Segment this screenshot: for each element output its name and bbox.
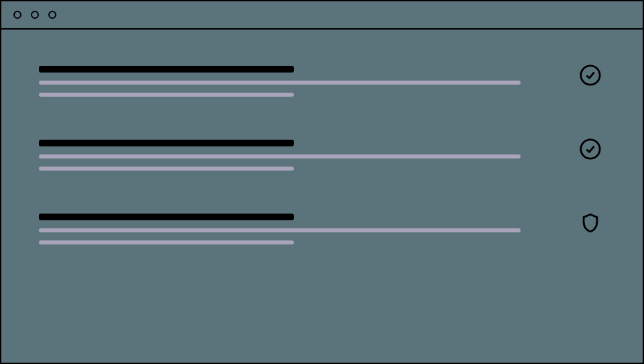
list-item-text <box>39 214 521 244</box>
list-item-line1 <box>39 228 521 232</box>
list-item-text <box>39 66 521 97</box>
window-control-close[interactable] <box>13 11 21 19</box>
list-item-title <box>39 66 294 73</box>
list-item-title <box>39 140 294 146</box>
svg-point-0 <box>581 66 600 85</box>
check-circle-icon <box>578 137 602 161</box>
list-item-line2 <box>39 93 294 97</box>
list-item <box>39 66 602 97</box>
list-item <box>39 140 602 171</box>
list-item-line1 <box>39 154 521 158</box>
list-item-text <box>39 140 521 171</box>
check-circle-icon <box>578 63 602 87</box>
list-item <box>39 214 602 244</box>
list-item-line1 <box>39 81 521 85</box>
window-control-maximize[interactable] <box>48 11 56 19</box>
svg-point-1 <box>581 140 600 158</box>
window-titlebar <box>1 1 643 30</box>
list-item-line2 <box>39 240 294 244</box>
list-item-line2 <box>39 167 294 171</box>
window-control-minimize[interactable] <box>31 11 39 19</box>
content-area <box>1 30 643 363</box>
list-item-title <box>39 214 294 220</box>
shield-icon <box>578 211 602 235</box>
